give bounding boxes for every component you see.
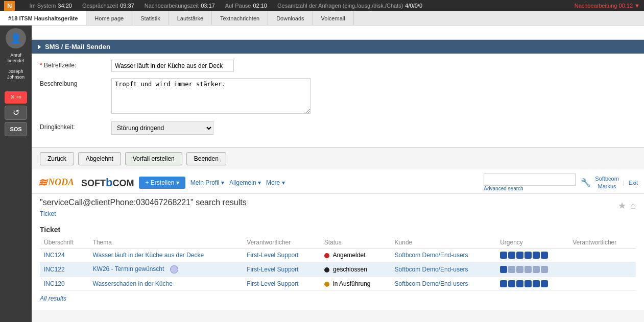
all-results-link[interactable]: All results [40, 295, 66, 302]
content-area: SMS / E-Mail Senden * Betreffzeile: Besc… [32, 26, 644, 322]
nav-search: Advanced search [484, 174, 576, 191]
star-icon[interactable]: ★ [618, 200, 626, 211]
status-dot-black [324, 267, 329, 273]
ticket-responsible-inc120[interactable]: First-Level Support [247, 280, 298, 287]
beschreibung-row: Beschreibung Tropft und wird immer stärk… [40, 78, 636, 115]
replay-button[interactable]: ↺ [5, 106, 27, 120]
col-verantwortlicher2: Verantwortlicher [568, 237, 636, 249]
status-dot-red [324, 253, 329, 258]
noda-brand-logo: ≋ NODA [38, 176, 74, 189]
tab-itsm[interactable]: #18 ITSM Haushaltsgeräte [0, 11, 86, 25]
status-text-inc120: in Ausführung [333, 280, 370, 287]
beenden-button[interactable]: Beenden [186, 152, 226, 165]
top-search-bar [32, 26, 644, 40]
top-search-input[interactable] [36, 29, 640, 36]
beschreibung-input-wrapper: Tropft und wird immer stärker. [111, 78, 295, 115]
tab-voicemail[interactable]: Voicemail [313, 11, 354, 25]
ticket-customer-inc120[interactable]: Softbcom Demo/End-users [395, 280, 468, 287]
ticket-theme-inc120[interactable]: Wasserschaden in der Küche [93, 280, 173, 287]
ticket-theme-inc122[interactable]: KW26 - Termin gewünscht [93, 265, 164, 273]
sidebar: 👤 AnrufbeendetJosephJohnson ✕ F9 ↺ SOS [0, 26, 32, 322]
vorfall-button[interactable]: Vorfall erstellen [125, 152, 182, 165]
betreff-input[interactable] [111, 60, 234, 72]
sms-panel-title: SMS / E-Mail Senden [45, 43, 110, 51]
ticket-section-title: Ticket [40, 221, 636, 237]
nachbearbeitung-timer[interactable]: Nachbearbeitung 00:12 ▼ [575, 3, 640, 9]
softbcom-brand: SOFTbCOM [81, 176, 134, 189]
status-gesamtzahl: Gesamtzahl der Anfragen (eing./ausg./dis… [277, 3, 422, 9]
abgelehnt-button[interactable]: Abgelehnt [78, 152, 121, 165]
table-row: INC120 Wasserschaden in der Küche First-… [40, 277, 636, 291]
urgency-inc122 [500, 266, 564, 273]
col-status: Status [320, 237, 391, 249]
avatar: 👤 [6, 28, 26, 48]
tab-textnachrichten[interactable]: Textnachrichten [212, 11, 268, 25]
ticket-breadcrumb[interactable]: Ticket [40, 210, 56, 217]
tab-downloads[interactable]: Downloads [268, 11, 313, 25]
status-text-inc124: Angemeldet [332, 252, 365, 259]
ticket-id-inc120[interactable]: INC120 [44, 280, 65, 287]
status-dot-orange [324, 282, 329, 287]
cursor [170, 265, 178, 274]
search-results-header: "serviceCall@clientPhone:030467268221" s… [32, 194, 644, 221]
sms-panel-header: SMS / E-Mail Senden [32, 40, 644, 54]
erstellen-button[interactable]: + Erstellen ▾ [139, 177, 185, 189]
status-nachbearbeitung: Nachbearbeitungszeit 03:17 [145, 3, 215, 9]
dringlichkeit-label: Dringlichkeit: [40, 121, 111, 131]
ticket-theme-inc124[interactable]: Wasser läuft in der Küche aus der Decke [93, 252, 204, 259]
mein-profil-button[interactable]: Mein Profil ▾ [190, 179, 224, 186]
search-results-title: "serviceCall@clientPhone:030467268221" s… [40, 198, 247, 207]
collapse-triangle-icon [38, 44, 41, 49]
sos-button[interactable]: SOS [5, 122, 27, 136]
tab-lautstarke[interactable]: Lautstärke [169, 11, 212, 25]
status-pause: Auf Pause 02:10 [225, 3, 267, 9]
beschreibung-textarea[interactable]: Tropft und wird immer stärker. [111, 78, 311, 114]
ticket-id-inc122[interactable]: INC122 [44, 266, 65, 273]
beschreibung-label: Beschreibung [40, 78, 111, 87]
dringlichkeit-select-wrapper: Störung dringend Normal Niedrig Hoch [111, 121, 295, 135]
ticket-section: Ticket Überschrift Thema Verantwortliche… [32, 221, 644, 310]
betreff-label: * Betreffzeile: [40, 60, 111, 69]
user-profile-link[interactable]: SoftbcomMarkus [595, 175, 618, 190]
table-row: INC124 Wasser läuft in der Küche aus der… [40, 249, 636, 262]
table-header-row: Überschrift Thema Verantwortlicher Statu… [40, 237, 636, 249]
ticket-responsible-inc124[interactable]: First-Level Support [247, 252, 298, 259]
ticket-id-inc124[interactable]: INC124 [44, 252, 65, 259]
ticket-responsible-inc122[interactable]: First-Level Support [247, 266, 298, 273]
main-layout: 👤 AnrufbeendetJosephJohnson ✕ F9 ↺ SOS S… [0, 26, 644, 322]
noda-logo: N [4, 1, 15, 11]
col-kunde: Kunde [391, 237, 496, 249]
action-buttons-bar: Zurück Abgelehnt Vorfall erstellen Beend… [32, 147, 644, 169]
exit-link[interactable]: Exit [629, 180, 638, 186]
tools-icon[interactable]: 🔧 [581, 178, 591, 187]
betreff-input-wrapper [111, 60, 295, 72]
col-verantwortlicher: Verantwortlicher [243, 237, 320, 249]
status-gesprach: Gesprächszeit 09:37 [82, 3, 134, 9]
allgemein-button[interactable]: Allgemein ▾ [229, 179, 261, 186]
col-urgency: Urgency [496, 237, 568, 249]
tab-bar: #18 ITSM Haushaltsgeräte Home page Stati… [0, 11, 644, 26]
zuruck-button[interactable]: Zurück [40, 152, 74, 165]
nav-user-area: 🔧 SoftbcomMarkus | Exit [581, 175, 638, 190]
table-row: INC122 KW26 - Termin gewünscht First-Lev… [40, 262, 636, 277]
status-im-system: Im System 34:20 [29, 3, 71, 9]
ticket-customer-inc122[interactable]: Softbcom Demo/End-users [395, 266, 468, 273]
betreff-row: * Betreffzeile: [40, 60, 636, 72]
urgency-inc124 [500, 252, 564, 259]
col-thema: Thema [89, 237, 243, 249]
tab-homepage[interactable]: Home page [86, 11, 132, 25]
nav-search-input[interactable] [484, 174, 576, 186]
urgency-inc120 [500, 280, 564, 287]
tab-statistik[interactable]: Statistik [132, 11, 169, 25]
anruf-status-label: AnrufbeendetJosephJohnson [7, 53, 25, 80]
dringlichkeit-select[interactable]: Störung dringend Normal Niedrig Hoch [111, 121, 213, 135]
sms-email-panel: SMS / E-Mail Senden * Betreffzeile: Besc… [32, 40, 644, 147]
more-button[interactable]: More ▾ [266, 179, 285, 186]
decline-button[interactable]: ✕ F9 [5, 91, 27, 104]
status-bar: N Im System 34:20 Gesprächszeit 09:37 Na… [0, 0, 644, 11]
ticket-customer-inc124[interactable]: Softbcom Demo/End-users [395, 252, 468, 259]
ticket-table: Überschrift Thema Verantwortlicher Statu… [40, 237, 636, 291]
nav-area: ≋ NODA SOFTbCOM + Erstellen ▾ Mein Profi… [32, 169, 644, 194]
advanced-search-link[interactable]: Advanced search [484, 186, 576, 191]
home-icon[interactable]: ⌂ [630, 201, 636, 211]
